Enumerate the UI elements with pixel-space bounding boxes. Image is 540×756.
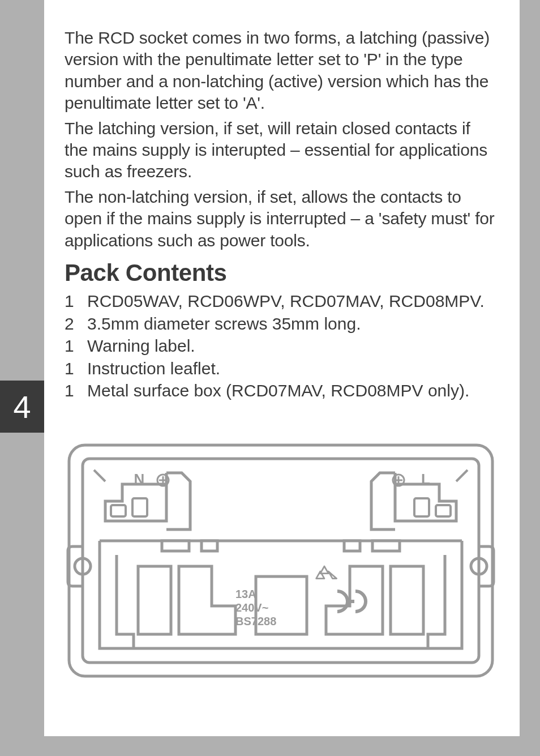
list-item-qty: 1	[65, 335, 87, 357]
paragraph-2: The latching version, if set, will retai…	[65, 118, 497, 183]
recycle-icon	[316, 566, 337, 579]
paragraph-1: The RCD socket comes in two forms, a lat…	[65, 27, 497, 114]
pack-contents-list: 1 RCD05WAV, RCD06WPV, RCD07MAV, RCD08MPV…	[65, 290, 497, 402]
page-card: The RCD socket comes in two forms, a lat…	[44, 0, 520, 736]
list-item: 2 3.5mm diameter screws 35mm long.	[65, 313, 497, 335]
list-item-qty: 2	[65, 313, 87, 335]
list-item-text: 3.5mm diameter screws 35mm long.	[87, 313, 497, 335]
list-item: 1 Warning label.	[65, 335, 497, 357]
neutral-label: N	[134, 471, 145, 488]
svg-rect-19	[162, 541, 189, 551]
svg-line-4	[94, 470, 105, 481]
list-item: 1 Metal surface box (RCD07MAV, RCD08MPV …	[65, 379, 497, 402]
page-number-tab: 4	[0, 381, 44, 433]
list-item-text: Warning label.	[87, 335, 497, 357]
list-item-qty: 1	[65, 379, 87, 402]
svg-rect-22	[372, 541, 400, 551]
svg-rect-23	[138, 566, 171, 634]
list-item-text: Metal surface box (RCD07MAV, RCD08MPV on…	[87, 379, 497, 402]
svg-rect-25	[391, 566, 423, 634]
pack-contents-heading: Pack Contents	[65, 259, 497, 287]
svg-rect-9	[111, 505, 126, 516]
socket-diagram-container: N L	[65, 442, 497, 680]
terminal-block-live: L	[371, 471, 456, 529]
list-item: 1 RCD05WAV, RCD06WPV, RCD07MAV, RCD08MPV…	[65, 290, 497, 313]
ce-mark-icon	[337, 591, 366, 612]
list-item-text: RCD05WAV, RCD06WPV, RCD07MAV, RCD08MPV.	[87, 290, 497, 313]
page-number: 4	[13, 388, 31, 425]
paragraph-3: The non-latching version, if set, allows…	[65, 186, 497, 251]
socket-back-diagram: N L	[66, 442, 496, 680]
rating-line-3: BS7288	[235, 615, 276, 627]
svg-rect-1	[83, 459, 479, 663]
list-item-text: Instruction leaflet.	[87, 357, 497, 380]
svg-rect-21	[344, 541, 360, 551]
rating-line-1: 13A	[235, 588, 256, 600]
live-label: L	[421, 471, 430, 488]
svg-rect-20	[202, 541, 217, 551]
svg-rect-10	[132, 498, 147, 516]
list-item-qty: 1	[65, 290, 87, 313]
svg-rect-15	[414, 498, 429, 516]
rating-line-2: 240V~	[235, 601, 268, 614]
list-item-qty: 1	[65, 357, 87, 380]
terminal-block-neutral: N	[105, 471, 190, 529]
svg-rect-14	[436, 505, 451, 516]
list-item: 1 Instruction leaflet.	[65, 357, 497, 380]
svg-line-5	[456, 470, 468, 481]
